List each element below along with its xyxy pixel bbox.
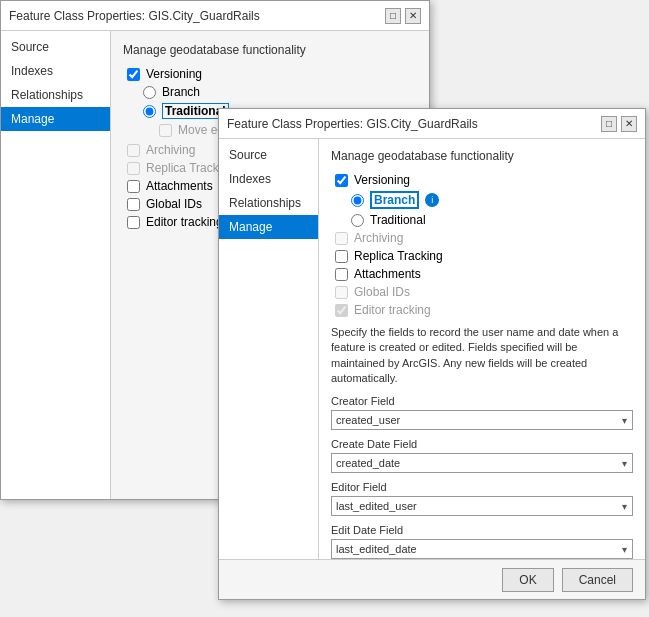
- bg-restore-button[interactable]: □: [385, 8, 401, 24]
- fg-create-date-select[interactable]: created_date: [331, 453, 633, 473]
- fg-editor-field-label: Editor Field: [331, 481, 633, 493]
- fg-editor-field-select[interactable]: last_edited_user: [331, 496, 633, 516]
- fg-cancel-button[interactable]: Cancel: [562, 568, 633, 592]
- fg-versioning-label: Versioning: [354, 173, 410, 187]
- bg-move-edits-checkbox[interactable]: [159, 124, 172, 137]
- fg-sidebar-item-indexes[interactable]: Indexes: [219, 167, 318, 191]
- fg-branch-label: Branch: [370, 191, 419, 209]
- fg-dialog-content: Source Indexes Relationships Manage Mana…: [219, 139, 645, 559]
- fg-fields-section: Specify the fields to record the user na…: [331, 325, 633, 559]
- fg-create-date-wrapper: created_date: [331, 453, 633, 473]
- bg-archiving-checkbox[interactable]: [127, 144, 140, 157]
- bg-versioning-row: Versioning: [123, 67, 417, 81]
- fg-branch-row: Branch i: [331, 191, 633, 209]
- fg-edit-date-select[interactable]: last_edited_date: [331, 539, 633, 559]
- fg-archiving-row: Archiving: [331, 231, 633, 245]
- bg-traditional-radio[interactable]: [143, 105, 156, 118]
- foreground-dialog: Feature Class Properties: GIS.City_Guard…: [218, 108, 646, 600]
- bg-section-title: Manage geodatabase functionality: [123, 43, 417, 57]
- fg-globalids-checkbox[interactable]: [335, 286, 348, 299]
- fg-close-button[interactable]: ✕: [621, 116, 637, 132]
- bg-sidebar: Source Indexes Relationships Manage: [1, 31, 111, 499]
- fg-ok-button[interactable]: OK: [502, 568, 553, 592]
- bg-sidebar-item-manage[interactable]: Manage: [1, 107, 110, 131]
- bg-titlebar: Feature Class Properties: GIS.City_Guard…: [1, 1, 429, 31]
- fg-editor-checkbox[interactable]: [335, 304, 348, 317]
- bg-versioning-label: Versioning: [146, 67, 202, 81]
- fg-creator-field-wrapper: created_user: [331, 410, 633, 430]
- fg-edit-date-wrapper: last_edited_date: [331, 539, 633, 559]
- bg-branch-row: Branch: [123, 85, 417, 99]
- fg-sidebar-item-source[interactable]: Source: [219, 143, 318, 167]
- fg-creator-field-label: Creator Field: [331, 395, 633, 407]
- bg-dialog-title: Feature Class Properties: GIS.City_Guard…: [9, 9, 260, 23]
- bg-archiving-label: Archiving: [146, 143, 195, 157]
- fg-edit-date-label: Edit Date Field: [331, 524, 633, 536]
- fg-traditional-label: Traditional: [370, 213, 426, 227]
- fg-traditional-radio[interactable]: [351, 214, 364, 227]
- bg-close-button[interactable]: ✕: [405, 8, 421, 24]
- bg-branch-label: Branch: [162, 85, 200, 99]
- fg-restore-button[interactable]: □: [601, 116, 617, 132]
- fg-main-panel: Manage geodatabase functionality Version…: [319, 139, 645, 559]
- bg-sidebar-item-relationships[interactable]: Relationships: [1, 83, 110, 107]
- fg-traditional-row: Traditional: [331, 213, 633, 227]
- fg-editor-label: Editor tracking: [354, 303, 431, 317]
- fg-description: Specify the fields to record the user na…: [331, 325, 633, 387]
- bg-sidebar-item-source[interactable]: Source: [1, 35, 110, 59]
- fg-globalids-label: Global IDs: [354, 285, 410, 299]
- fg-archiving-label: Archiving: [354, 231, 403, 245]
- bg-globalids-checkbox[interactable]: [127, 198, 140, 211]
- fg-footer: OK Cancel: [219, 559, 645, 599]
- fg-titlebar: Feature Class Properties: GIS.City_Guard…: [219, 109, 645, 139]
- fg-dialog-title: Feature Class Properties: GIS.City_Guard…: [227, 117, 478, 131]
- bg-attachments-checkbox[interactable]: [127, 180, 140, 193]
- bg-editor-label: Editor tracking: [146, 215, 223, 229]
- fg-attachments-label: Attachments: [354, 267, 421, 281]
- bg-sidebar-item-indexes[interactable]: Indexes: [1, 59, 110, 83]
- bg-globalids-label: Global IDs: [146, 197, 202, 211]
- bg-attachments-label: Attachments: [146, 179, 213, 193]
- fg-editor-field-wrapper: last_edited_user: [331, 496, 633, 516]
- fg-sidebar: Source Indexes Relationships Manage: [219, 139, 319, 559]
- fg-attachments-checkbox[interactable]: [335, 268, 348, 281]
- bg-titlebar-controls: □ ✕: [385, 8, 421, 24]
- bg-versioning-checkbox[interactable]: [127, 68, 140, 81]
- bg-replica-checkbox[interactable]: [127, 162, 140, 175]
- fg-attachments-row: Attachments: [331, 267, 633, 281]
- fg-editor-row: Editor tracking: [331, 303, 633, 317]
- bg-editor-checkbox[interactable]: [127, 216, 140, 229]
- fg-section-title: Manage geodatabase functionality: [331, 149, 633, 163]
- fg-replica-checkbox[interactable]: [335, 250, 348, 263]
- fg-archiving-checkbox[interactable]: [335, 232, 348, 245]
- bg-branch-radio[interactable]: [143, 86, 156, 99]
- fg-branch-radio[interactable]: [351, 194, 364, 207]
- fg-globalids-row: Global IDs: [331, 285, 633, 299]
- fg-replica-label: Replica Tracking: [354, 249, 443, 263]
- fg-sidebar-item-manage[interactable]: Manage: [219, 215, 318, 239]
- fg-versioning-row: Versioning: [331, 173, 633, 187]
- fg-create-date-label: Create Date Field: [331, 438, 633, 450]
- fg-branch-info-icon[interactable]: i: [425, 193, 439, 207]
- fg-replica-row: Replica Tracking: [331, 249, 633, 263]
- fg-sidebar-item-relationships[interactable]: Relationships: [219, 191, 318, 215]
- fg-versioning-checkbox[interactable]: [335, 174, 348, 187]
- fg-titlebar-controls: □ ✕: [601, 116, 637, 132]
- fg-creator-field-select[interactable]: created_user: [331, 410, 633, 430]
